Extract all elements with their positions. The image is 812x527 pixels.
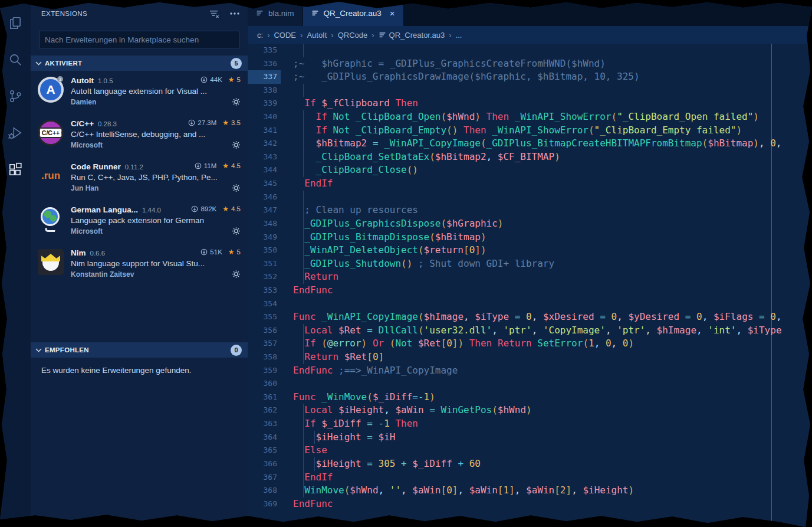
line-number: 361 <box>248 391 281 404</box>
line-content: EndIf <box>281 471 812 485</box>
clear-filter-icon[interactable] <box>209 9 219 18</box>
breadcrumb-separator: › <box>372 31 374 40</box>
code-line-346[interactable]: 346 <box>248 191 812 204</box>
breadcrumb-item[interactable]: ... <box>456 31 462 40</box>
code-line-337[interactable]: 337;~ _GDIPlus_GraphicsDrawImage($hGraph… <box>248 70 812 84</box>
line-content: EndFunc <box>281 497 812 511</box>
line-content: Func _WinAPI_CopyImage($hImage, $iType =… <box>281 310 812 324</box>
code-line-343[interactable]: 343 _ClipBoard_SetDataEx($hBitmap2, $CF_… <box>248 150 812 164</box>
line-number: 350 <box>248 244 281 257</box>
breadcrumb-item[interactable]: QRCode <box>338 31 368 40</box>
code-line-369[interactable]: 369EndFunc <box>248 497 812 511</box>
code-line-344[interactable]: 344 _ClipBoard_Close() <box>248 163 812 177</box>
close-icon[interactable]: × <box>390 8 395 18</box>
code-line-342[interactable]: 342 $hBitmap2 = _WinAPI_CopyImage(_GDIPl… <box>248 137 812 150</box>
code-line-341[interactable]: 341 If Not _ClipBoard_Empty() Then _WinA… <box>248 124 812 138</box>
code-line-355[interactable]: 355Func _WinAPI_CopyImage($hImage, $iTyp… <box>248 310 812 324</box>
extensions-sidebar: EXTENSIONS AKTIVIERT <box>31 0 248 527</box>
code-line-361[interactable]: 361Func _WinMove($_iDiff=-1) <box>248 391 812 404</box>
breadcrumb-item[interactable]: CODE <box>274 31 296 40</box>
extension-version: 0.11.2 <box>125 163 143 171</box>
code-line-357[interactable]: 357 If (@error) Or (Not $Ret[0]) Then Re… <box>248 337 812 351</box>
breadcrumb-item[interactable]: c: <box>257 31 263 40</box>
rating-value: 4.5 <box>231 205 241 212</box>
activity-explorer[interactable] <box>2 9 29 37</box>
extension-gear-icon[interactable] <box>232 227 241 235</box>
code-line-336[interactable]: 336;~ $hGraphic = _GDIPlus_GraphicsCreat… <box>248 57 812 71</box>
indent-guide <box>303 163 304 177</box>
extension-gear-icon[interactable] <box>232 140 241 149</box>
chevron-down-icon <box>35 348 42 352</box>
nim-crown-icon <box>38 249 64 275</box>
indent-guide <box>303 324 304 338</box>
sidebar-header: EXTENSIONS <box>31 0 248 27</box>
code-editor[interactable]: 335336;~ $hGraphic = _GDIPlus_GraphicsCr… <box>248 44 812 527</box>
tab-QR_Creator.au3[interactable]: QR_Creator.au3× <box>303 0 404 26</box>
line-number: 353 <box>248 284 281 297</box>
code-line-348[interactable]: 348 _GDIPlus_GraphicsDispose($hGraphic) <box>248 217 812 231</box>
search-icon <box>8 52 23 67</box>
indent-guide <box>303 351 304 364</box>
code-line-351[interactable]: 351 _GDIPlus_Shutdown() ; Shut down GDI+… <box>248 257 812 271</box>
activity-extensions[interactable] <box>2 156 29 183</box>
code-line-363[interactable]: 363 If $_iDiff = -1 Then <box>248 417 812 431</box>
code-line-349[interactable]: 349 _GDIPlus_BitmapDispose($hBitmap) <box>248 231 812 244</box>
code-line-352[interactable]: 352 Return <box>248 270 812 284</box>
breadcrumb-item[interactable]: QR_Creator.au3 <box>379 31 445 40</box>
breadcrumb-separator: › <box>331 31 333 40</box>
code-line-347[interactable]: 347 ; Clean up resources <box>248 204 812 217</box>
extension-name: Code Runner <box>71 162 121 171</box>
code-line-335[interactable]: 335 <box>248 44 812 57</box>
extension-item[interactable]: .runCode Runner0.11.211M★4.5Run C, C++, … <box>31 157 248 200</box>
activity-source-control[interactable] <box>2 83 29 110</box>
activity-run-debug[interactable] <box>2 119 29 146</box>
tab-bar: bla.nimQR_Creator.au3× <box>248 0 812 26</box>
code-line-338[interactable]: 338 <box>248 84 812 97</box>
line-number: 338 <box>248 84 281 97</box>
line-content: $hBitmap2 = _WinAPI_CopyImage(_GDIPlus_B… <box>281 137 812 150</box>
code-line-353[interactable]: 353EndFunc <box>248 284 812 297</box>
indent-guide <box>303 404 304 417</box>
sidebar-title: EXTENSIONS <box>41 10 87 17</box>
code-line-362[interactable]: 362 Local $iHeight, $aWin = WinGetPos($h… <box>248 404 812 417</box>
code-line-366[interactable]: 366 $iHeight = 305 + $_iDiff + 60 <box>248 457 812 471</box>
code-line-368[interactable]: 368 WinMove($hWnd, '', $aWin[0], $aWin[1… <box>248 484 812 497</box>
code-line-354[interactable]: 354 <box>248 297 812 311</box>
line-content: Func _WinMove($_iDiff=-1) <box>281 391 812 404</box>
extension-item[interactable]: C/C++C/C++0.28.327.3M★3.5C/C++ IntelliSe… <box>31 114 248 157</box>
extension-author: Jun Han <box>71 184 98 192</box>
code-line-367[interactable]: 367 EndIf <box>248 471 812 485</box>
line-number: 360 <box>248 377 281 391</box>
line-number: 344 <box>248 163 281 177</box>
extension-item[interactable]: Nim0.6.651K★5Nim language support for Vi… <box>31 243 248 286</box>
extension-search-box[interactable] <box>39 31 239 48</box>
code-line-360[interactable]: 360 <box>248 377 812 391</box>
code-line-345[interactable]: 345 EndIf <box>248 177 812 191</box>
extension-gear-icon[interactable] <box>232 184 241 192</box>
line-content: $iHeight = 305 + $_iDiff + 60 <box>281 457 812 471</box>
line-content: _GDIPlus_BitmapDispose($hBitmap) <box>281 231 812 244</box>
code-line-339[interactable]: 339 If $_fClipboard Then <box>248 97 812 110</box>
extension-item[interactable]: A3AutoIt1.0.544K★5AutoIt language extens… <box>31 71 248 114</box>
more-actions-icon[interactable] <box>230 12 239 15</box>
breadcrumb-item[interactable]: AutoIt <box>307 31 327 40</box>
section-empfohlen[interactable]: EMPFOHLEN 0 <box>31 342 248 358</box>
section-label: AKTIVIERT <box>45 60 82 67</box>
code-line-350[interactable]: 350 _WinAPI_DeleteObject($return[0]) <box>248 244 812 257</box>
code-line-356[interactable]: 356 Local $Ret = DllCall('user32.dll', '… <box>248 324 812 338</box>
code-line-359[interactable]: 359EndFunc ;==>_WinAPI_CopyImage <box>248 364 812 378</box>
code-line-365[interactable]: 365 Else <box>248 444 812 457</box>
search-input[interactable] <box>40 35 239 44</box>
line-content: If Not _ClipBoard_Empty() Then _WinAPI_S… <box>281 124 812 138</box>
line-content: ;~ _GDIPlus_GraphicsDrawImage($hGraphic,… <box>281 70 812 84</box>
extension-item[interactable]: German Langua...1.44.0892K★4.5Language p… <box>31 200 248 243</box>
section-aktiviert[interactable]: AKTIVIERT 5 <box>31 55 248 71</box>
code-line-340[interactable]: 340 If Not _ClipBoard_Open($hWnd) Then _… <box>248 110 812 124</box>
indent-guide <box>303 150 304 164</box>
activity-search[interactable] <box>2 46 29 73</box>
code-line-364[interactable]: 364 $iHeight = $iH <box>248 431 812 444</box>
tab-bla.nim[interactable]: bla.nim <box>248 0 303 26</box>
code-line-358[interactable]: 358 Return $Ret[0] <box>248 351 812 364</box>
extension-gear-icon[interactable] <box>232 270 241 279</box>
extension-gear-icon[interactable] <box>232 97 241 106</box>
